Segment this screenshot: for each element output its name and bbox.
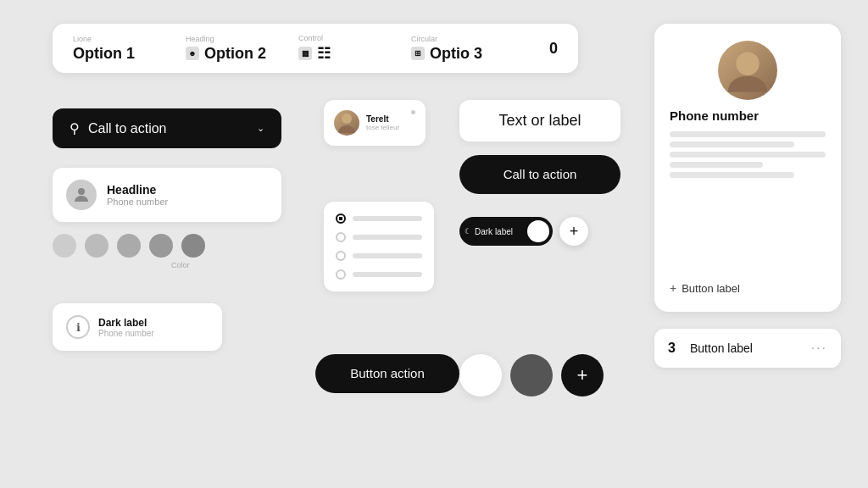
profile-line-5	[670, 172, 794, 178]
dark-label-title: Dark label	[98, 317, 154, 329]
profile-button[interactable]: + Button label	[670, 281, 740, 295]
avatar-card-header: Terelt tose telleur	[334, 110, 415, 136]
col-label-2: Heading	[186, 35, 298, 43]
text-label: Text or label	[498, 112, 581, 129]
avatar	[66, 180, 97, 210]
cta-search-button[interactable]: ⚲ Call to action ⌄	[53, 108, 281, 148]
col-value-4: ⊞ Optio 3	[411, 45, 524, 63]
col-value-3: ▦ ☷	[298, 44, 411, 63]
radio-list	[324, 202, 434, 291]
profile-button-label: Button label	[682, 282, 740, 295]
radio-circle-2	[336, 232, 346, 242]
top-bar-col-3: Control ▦ ☷	[298, 34, 411, 63]
avatar-card: Terelt tose telleur	[324, 100, 426, 146]
top-bar: Lione Option 1 Heading ☻ Option 2 Contro…	[53, 24, 578, 73]
text-label-card: Text or label	[459, 100, 620, 141]
svg-point-2	[736, 53, 759, 75]
profile-avatar	[718, 41, 777, 100]
circle-plus-icon: +	[577, 364, 588, 386]
swatch-4[interactable]	[149, 234, 173, 258]
swatch-3[interactable]	[117, 234, 141, 258]
chevron-down-icon: ⌄	[257, 123, 264, 134]
radio-line-2	[353, 235, 422, 240]
col-icon-3: ▦	[298, 47, 312, 60]
toggle-plus-button[interactable]: +	[559, 217, 588, 246]
profile-line-1	[670, 131, 826, 137]
list-row-menu-icon[interactable]: ···	[811, 341, 827, 356]
svg-point-1	[342, 114, 352, 124]
toggle-row: ☾ Dark label +	[459, 217, 588, 246]
swatch-1[interactable]	[53, 234, 76, 258]
swatch-label: Color	[171, 261, 190, 269]
list-headline: Headline	[107, 183, 168, 197]
col-label-4: Circular	[411, 35, 524, 43]
search-icon: ⚲	[70, 120, 80, 136]
col-icon-2: ☻	[186, 47, 199, 60]
profile-card: Phone number + Button label	[654, 24, 841, 312]
dark-label-card: ℹ Dark label Phone number	[53, 303, 222, 351]
action-button[interactable]: Button action	[315, 354, 459, 393]
col-label-1: Lione	[73, 35, 186, 43]
swatch-5[interactable]	[181, 234, 205, 258]
cta-left: ⚲ Call to action	[70, 120, 167, 136]
top-bar-count: 0	[549, 40, 558, 57]
toggle-thumb	[527, 220, 549, 242]
profile-line-2	[670, 141, 794, 147]
col-icon-4: ⊞	[411, 47, 425, 60]
circle-button-dark[interactable]	[510, 354, 553, 396]
list-item-card: Headline Phone number	[53, 168, 281, 222]
top-bar-col-4: Circular ⊞ Optio 3	[411, 35, 524, 63]
circle-plus-button[interactable]: +	[561, 354, 604, 396]
list-item-text: Headline Phone number	[107, 183, 168, 207]
avatar-menu-dot[interactable]	[411, 110, 415, 114]
svg-point-0	[78, 188, 85, 195]
radio-item-3[interactable]	[336, 251, 422, 261]
list-subline: Phone number	[107, 197, 168, 207]
radio-circle-4	[336, 269, 346, 280]
list-row-label: Button label	[690, 341, 803, 355]
action-button-label: Button action	[350, 366, 425, 380]
cta-label: Call to action	[88, 121, 167, 136]
avatar-name: Terelt	[366, 114, 399, 124]
col-value-1: Option 1	[73, 45, 186, 63]
cta-dark-button[interactable]: Call to action	[459, 155, 620, 194]
swatch-2[interactable]	[85, 234, 108, 258]
cta-dark-label: Call to action	[504, 167, 577, 181]
top-bar-col-1: Lione Option 1	[73, 35, 186, 63]
toggle-label: Dark label	[475, 227, 513, 236]
profile-line-4	[670, 162, 763, 168]
avatar-text: Terelt tose telleur	[366, 114, 399, 131]
color-swatches	[53, 234, 205, 258]
avatar-image	[334, 110, 359, 136]
radio-item-1[interactable]	[336, 214, 422, 224]
profile-phone-label: Phone number	[670, 108, 759, 123]
col-label-3: Control	[298, 34, 411, 42]
radio-line-3	[353, 253, 422, 258]
radio-circle-3	[336, 251, 346, 261]
radio-line-4	[353, 272, 422, 277]
dark-label-subtitle: Phone number	[98, 329, 154, 338]
radio-line-1	[353, 216, 422, 221]
profile-plus-icon: +	[670, 281, 676, 295]
list-row-number: 3	[668, 341, 682, 356]
list-row-right[interactable]: 3 Button label ···	[654, 329, 841, 368]
radio-item-2[interactable]	[336, 232, 422, 242]
radio-item-4[interactable]	[336, 269, 422, 280]
top-bar-col-2: Heading ☻ Option 2	[186, 35, 298, 63]
profile-line-3	[670, 152, 826, 158]
avatar-sub: tose telleur	[366, 124, 399, 131]
info-icon: ℹ	[66, 315, 90, 339]
plus-icon: +	[570, 223, 579, 241]
radio-circle-1	[336, 214, 346, 224]
profile-lines	[670, 131, 826, 178]
toggle-switch[interactable]: ☾ Dark label	[459, 217, 553, 246]
col-value-2: ☻ Option 2	[186, 45, 298, 63]
circle-button-light[interactable]	[459, 354, 502, 396]
dark-label-text: Dark label Phone number	[98, 317, 154, 338]
circle-buttons: +	[459, 354, 604, 396]
toggle-icon: ☾	[465, 227, 471, 236]
